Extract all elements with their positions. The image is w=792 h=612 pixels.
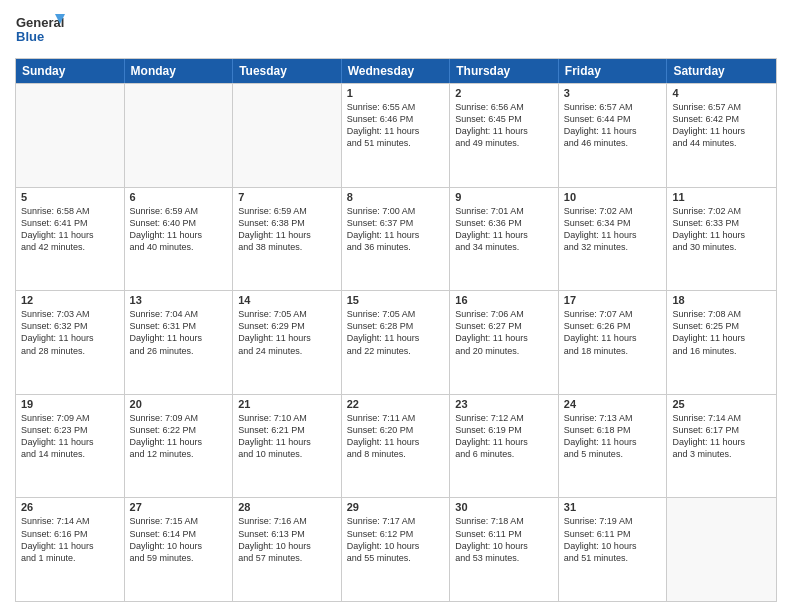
day-info: Sunrise: 7:01 AM Sunset: 6:36 PM Dayligh…: [455, 205, 553, 254]
day-number: 21: [238, 398, 336, 410]
day-number: 22: [347, 398, 445, 410]
calendar-cell: 10Sunrise: 7:02 AM Sunset: 6:34 PM Dayli…: [559, 188, 668, 291]
day-info: Sunrise: 7:14 AM Sunset: 6:17 PM Dayligh…: [672, 412, 771, 461]
day-info: Sunrise: 7:09 AM Sunset: 6:23 PM Dayligh…: [21, 412, 119, 461]
day-info: Sunrise: 6:59 AM Sunset: 6:38 PM Dayligh…: [238, 205, 336, 254]
calendar-cell: [667, 498, 776, 601]
day-info: Sunrise: 7:05 AM Sunset: 6:29 PM Dayligh…: [238, 308, 336, 357]
day-info: Sunrise: 6:56 AM Sunset: 6:45 PM Dayligh…: [455, 101, 553, 150]
day-info: Sunrise: 7:00 AM Sunset: 6:37 PM Dayligh…: [347, 205, 445, 254]
calendar-cell: 17Sunrise: 7:07 AM Sunset: 6:26 PM Dayli…: [559, 291, 668, 394]
header-cell-saturday: Saturday: [667, 59, 776, 83]
day-number: 4: [672, 87, 771, 99]
calendar-cell: 13Sunrise: 7:04 AM Sunset: 6:31 PM Dayli…: [125, 291, 234, 394]
calendar-cell: 31Sunrise: 7:19 AM Sunset: 6:11 PM Dayli…: [559, 498, 668, 601]
calendar-cell: 18Sunrise: 7:08 AM Sunset: 6:25 PM Dayli…: [667, 291, 776, 394]
day-info: Sunrise: 7:07 AM Sunset: 6:26 PM Dayligh…: [564, 308, 662, 357]
calendar: SundayMondayTuesdayWednesdayThursdayFrid…: [15, 58, 777, 602]
day-info: Sunrise: 6:57 AM Sunset: 6:44 PM Dayligh…: [564, 101, 662, 150]
day-number: 11: [672, 191, 771, 203]
calendar-row-1: 5Sunrise: 6:58 AM Sunset: 6:41 PM Daylig…: [16, 187, 776, 291]
day-info: Sunrise: 7:15 AM Sunset: 6:14 PM Dayligh…: [130, 515, 228, 564]
day-number: 26: [21, 501, 119, 513]
day-info: Sunrise: 7:19 AM Sunset: 6:11 PM Dayligh…: [564, 515, 662, 564]
day-number: 1: [347, 87, 445, 99]
day-number: 29: [347, 501, 445, 513]
calendar-cell: 25Sunrise: 7:14 AM Sunset: 6:17 PM Dayli…: [667, 395, 776, 498]
day-info: Sunrise: 7:17 AM Sunset: 6:12 PM Dayligh…: [347, 515, 445, 564]
day-info: Sunrise: 7:16 AM Sunset: 6:13 PM Dayligh…: [238, 515, 336, 564]
day-number: 17: [564, 294, 662, 306]
day-info: Sunrise: 7:10 AM Sunset: 6:21 PM Dayligh…: [238, 412, 336, 461]
calendar-cell: 4Sunrise: 6:57 AM Sunset: 6:42 PM Daylig…: [667, 84, 776, 187]
calendar-cell: 7Sunrise: 6:59 AM Sunset: 6:38 PM Daylig…: [233, 188, 342, 291]
day-number: 12: [21, 294, 119, 306]
calendar-cell: 9Sunrise: 7:01 AM Sunset: 6:36 PM Daylig…: [450, 188, 559, 291]
header-cell-tuesday: Tuesday: [233, 59, 342, 83]
day-info: Sunrise: 7:03 AM Sunset: 6:32 PM Dayligh…: [21, 308, 119, 357]
day-info: Sunrise: 6:55 AM Sunset: 6:46 PM Dayligh…: [347, 101, 445, 150]
day-number: 15: [347, 294, 445, 306]
calendar-row-4: 26Sunrise: 7:14 AM Sunset: 6:16 PM Dayli…: [16, 497, 776, 601]
day-number: 19: [21, 398, 119, 410]
calendar-cell: 14Sunrise: 7:05 AM Sunset: 6:29 PM Dayli…: [233, 291, 342, 394]
calendar-cell: 15Sunrise: 7:05 AM Sunset: 6:28 PM Dayli…: [342, 291, 451, 394]
day-info: Sunrise: 7:05 AM Sunset: 6:28 PM Dayligh…: [347, 308, 445, 357]
day-number: 9: [455, 191, 553, 203]
day-info: Sunrise: 7:12 AM Sunset: 6:19 PM Dayligh…: [455, 412, 553, 461]
calendar-cell: 28Sunrise: 7:16 AM Sunset: 6:13 PM Dayli…: [233, 498, 342, 601]
day-info: Sunrise: 7:06 AM Sunset: 6:27 PM Dayligh…: [455, 308, 553, 357]
header-cell-friday: Friday: [559, 59, 668, 83]
logo-svg: General Blue: [15, 10, 65, 50]
calendar-cell: 1Sunrise: 6:55 AM Sunset: 6:46 PM Daylig…: [342, 84, 451, 187]
day-info: Sunrise: 7:08 AM Sunset: 6:25 PM Dayligh…: [672, 308, 771, 357]
calendar-cell: 19Sunrise: 7:09 AM Sunset: 6:23 PM Dayli…: [16, 395, 125, 498]
day-info: Sunrise: 7:09 AM Sunset: 6:22 PM Dayligh…: [130, 412, 228, 461]
svg-text:Blue: Blue: [16, 29, 44, 44]
calendar-body: 1Sunrise: 6:55 AM Sunset: 6:46 PM Daylig…: [16, 83, 776, 601]
day-info: Sunrise: 7:02 AM Sunset: 6:33 PM Dayligh…: [672, 205, 771, 254]
calendar-cell: [16, 84, 125, 187]
calendar-cell: 6Sunrise: 6:59 AM Sunset: 6:40 PM Daylig…: [125, 188, 234, 291]
calendar-cell: 11Sunrise: 7:02 AM Sunset: 6:33 PM Dayli…: [667, 188, 776, 291]
day-info: Sunrise: 7:18 AM Sunset: 6:11 PM Dayligh…: [455, 515, 553, 564]
calendar-cell: 2Sunrise: 6:56 AM Sunset: 6:45 PM Daylig…: [450, 84, 559, 187]
day-number: 5: [21, 191, 119, 203]
header-cell-sunday: Sunday: [16, 59, 125, 83]
day-number: 23: [455, 398, 553, 410]
calendar-header: SundayMondayTuesdayWednesdayThursdayFrid…: [16, 59, 776, 83]
day-number: 14: [238, 294, 336, 306]
day-number: 3: [564, 87, 662, 99]
day-number: 25: [672, 398, 771, 410]
day-info: Sunrise: 7:11 AM Sunset: 6:20 PM Dayligh…: [347, 412, 445, 461]
day-number: 13: [130, 294, 228, 306]
calendar-cell: 3Sunrise: 6:57 AM Sunset: 6:44 PM Daylig…: [559, 84, 668, 187]
calendar-cell: 16Sunrise: 7:06 AM Sunset: 6:27 PM Dayli…: [450, 291, 559, 394]
header-cell-wednesday: Wednesday: [342, 59, 451, 83]
day-info: Sunrise: 6:57 AM Sunset: 6:42 PM Dayligh…: [672, 101, 771, 150]
day-number: 24: [564, 398, 662, 410]
calendar-row-3: 19Sunrise: 7:09 AM Sunset: 6:23 PM Dayli…: [16, 394, 776, 498]
calendar-cell: 27Sunrise: 7:15 AM Sunset: 6:14 PM Dayli…: [125, 498, 234, 601]
calendar-cell: 8Sunrise: 7:00 AM Sunset: 6:37 PM Daylig…: [342, 188, 451, 291]
header-cell-monday: Monday: [125, 59, 234, 83]
calendar-cell: 12Sunrise: 7:03 AM Sunset: 6:32 PM Dayli…: [16, 291, 125, 394]
calendar-row-2: 12Sunrise: 7:03 AM Sunset: 6:32 PM Dayli…: [16, 290, 776, 394]
calendar-row-0: 1Sunrise: 6:55 AM Sunset: 6:46 PM Daylig…: [16, 83, 776, 187]
day-number: 2: [455, 87, 553, 99]
calendar-cell: 21Sunrise: 7:10 AM Sunset: 6:21 PM Dayli…: [233, 395, 342, 498]
calendar-cell: 23Sunrise: 7:12 AM Sunset: 6:19 PM Dayli…: [450, 395, 559, 498]
day-number: 30: [455, 501, 553, 513]
logo: General Blue: [15, 10, 65, 50]
day-number: 7: [238, 191, 336, 203]
day-info: Sunrise: 7:13 AM Sunset: 6:18 PM Dayligh…: [564, 412, 662, 461]
day-info: Sunrise: 6:59 AM Sunset: 6:40 PM Dayligh…: [130, 205, 228, 254]
calendar-cell: 5Sunrise: 6:58 AM Sunset: 6:41 PM Daylig…: [16, 188, 125, 291]
calendar-cell: 22Sunrise: 7:11 AM Sunset: 6:20 PM Dayli…: [342, 395, 451, 498]
day-number: 8: [347, 191, 445, 203]
page: General Blue SundayMondayTuesdayWednesda…: [0, 0, 792, 612]
day-number: 16: [455, 294, 553, 306]
day-info: Sunrise: 7:04 AM Sunset: 6:31 PM Dayligh…: [130, 308, 228, 357]
day-number: 27: [130, 501, 228, 513]
calendar-cell: [125, 84, 234, 187]
